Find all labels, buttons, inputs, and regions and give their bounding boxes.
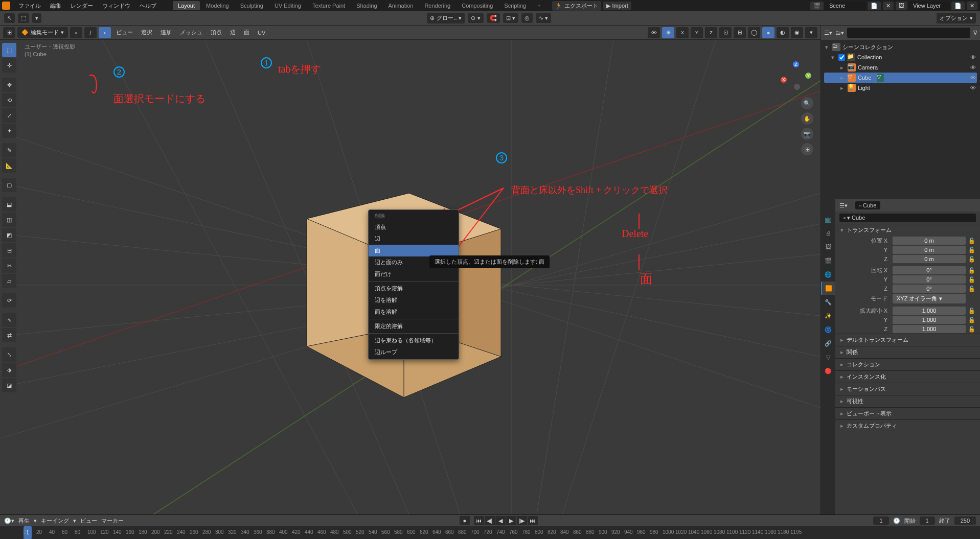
menu-edit[interactable]: 編集: [46, 1, 65, 11]
timeline-menu-marker[interactable]: マーカー: [101, 517, 124, 525]
lock-icon[interactable]: 🔓: [968, 326, 976, 333]
prop-tab-modifier-icon[interactable]: 🔧: [821, 295, 835, 309]
tool-measure-icon[interactable]: 📐: [2, 158, 16, 173]
timeline-editor-icon[interactable]: 🕐▾: [4, 518, 14, 524]
keyframe-next-icon[interactable]: |▶: [517, 516, 527, 525]
snap-select[interactable]: ⊡ ▾: [503, 13, 518, 23]
menu-edge-loops[interactable]: 辺ループ: [369, 346, 459, 358]
current-frame-input[interactable]: 1: [873, 517, 888, 525]
section-relations[interactable]: ▸関係: [835, 346, 980, 358]
orientation-select[interactable]: ⊕ グロー.. ▾: [427, 13, 465, 24]
tool-smooth-icon[interactable]: ∿: [2, 313, 16, 327]
workspace-tab-modeling[interactable]: Modeling: [201, 1, 234, 10]
viewlayer-delete-icon[interactable]: ✕: [967, 2, 977, 10]
workspace-tab-layout[interactable]: Layout: [173, 1, 200, 10]
lock-icon[interactable]: 🔓: [968, 317, 976, 323]
lock-icon[interactable]: 🔓: [968, 308, 976, 314]
viewport-menu-vertex[interactable]: 頂点: [208, 28, 225, 37]
outliner-scene-collection[interactable]: ▾🗂シーンコレクション: [824, 42, 977, 52]
viewport-menu-add[interactable]: 追加: [157, 28, 175, 37]
menu-dissolve-faces[interactable]: 面を溶解: [369, 306, 459, 318]
tool-shear-icon[interactable]: ⬗: [2, 363, 16, 377]
viewport-menu-select[interactable]: 選択: [138, 28, 155, 37]
viewport-menu-edge[interactable]: 辺: [227, 28, 239, 37]
visibility-eye-icon[interactable]: 👁: [970, 75, 976, 81]
rot-z-input[interactable]: 0°: [893, 285, 966, 293]
workspace-tab-rendering[interactable]: Rendering: [419, 1, 455, 10]
viewport-menu-mesh[interactable]: メッシュ: [177, 28, 206, 37]
select-mode-dropdown[interactable]: ▾: [32, 13, 41, 23]
menu-limited-dissolve[interactable]: 限定的溶解: [369, 320, 459, 332]
orientation-gizmo[interactable]: Z Y X: [781, 61, 811, 92]
play-icon[interactable]: ▶: [506, 516, 516, 525]
timeline-menu-keying[interactable]: キーイング: [41, 517, 69, 525]
viewlayer-field[interactable]: View Layer: [909, 2, 950, 10]
scale-y-input[interactable]: 1.000: [893, 316, 966, 324]
tool-bevel-icon[interactable]: ◩: [2, 228, 16, 242]
section-viewport-display[interactable]: ▸ビューポート表示: [835, 407, 980, 419]
workspace-tab-shading[interactable]: Shading: [351, 1, 382, 10]
export-button[interactable]: 🏃 エクスポート: [552, 1, 601, 11]
tool-scale-icon[interactable]: ⤢: [2, 108, 16, 123]
workspace-tab-uvediting[interactable]: UV Editing: [269, 1, 306, 10]
rot-x-input[interactable]: 0°: [893, 266, 966, 274]
section-custom-props[interactable]: ▸カスタムプロパティ: [835, 419, 980, 432]
lock-icon[interactable]: 🔓: [968, 276, 976, 283]
pan-icon[interactable]: ✋: [801, 112, 813, 125]
outliner-item-cube[interactable]: ▸▽Cube ▽👁: [824, 73, 977, 83]
workspace-tab-sculpting[interactable]: Sculpting: [235, 1, 268, 10]
xray-toggle-icon[interactable]: ⊞: [734, 27, 746, 38]
shading-rendered-icon[interactable]: ◉: [791, 27, 803, 38]
end-frame-input[interactable]: 250: [954, 517, 976, 525]
menu-help[interactable]: ヘルプ: [135, 1, 161, 11]
tool-shrink-icon[interactable]: ⤡: [2, 347, 16, 362]
scale-z-input[interactable]: 1.000: [893, 325, 966, 333]
lock-icon[interactable]: 🔓: [968, 256, 976, 263]
scene-delete-icon[interactable]: ✕: [883, 2, 894, 10]
camera-view-icon[interactable]: 📷: [801, 128, 813, 140]
3d-viewport[interactable]: ⊞ 🔶 編集モード ▾ ▫ / ▪ ビュー 選択 追加 メッシュ 頂点 辺 面 …: [0, 26, 821, 514]
shading-dropdown-icon[interactable]: ▾: [805, 27, 817, 38]
lock-icon[interactable]: 🔓: [968, 267, 976, 274]
workspace-tab-texturepaint[interactable]: Texture Paint: [307, 1, 350, 10]
section-collection[interactable]: ▸コレクション: [835, 358, 980, 370]
menu-delete-verts[interactable]: 頂点: [369, 221, 459, 233]
options-dropdown[interactable]: オプション ▾: [937, 13, 976, 24]
section-transform[interactable]: ▾トランスフォーム: [835, 224, 980, 236]
tool-cursor-icon[interactable]: ✛: [2, 58, 16, 73]
mode-select[interactable]: 🔶 編集モード ▾: [17, 27, 68, 38]
autokey-icon[interactable]: ●: [460, 516, 470, 525]
workspace-tab-compositing[interactable]: Compositing: [457, 1, 498, 10]
menu-delete-faces[interactable]: 面: [369, 245, 459, 256]
prop-tab-constraint-icon[interactable]: 🔗: [821, 337, 835, 350]
autokey-toggle-icon[interactable]: 🕐: [893, 518, 900, 524]
outliner-mode-icon[interactable]: 🗂▾: [835, 30, 844, 36]
cursor-tool-icon[interactable]: ↖: [4, 13, 15, 23]
tool-polybuild-icon[interactable]: ▱: [2, 274, 16, 288]
loc-z-input[interactable]: 0 m: [893, 255, 966, 263]
tool-transform-icon[interactable]: ✦: [2, 124, 16, 138]
visibility-eye-icon[interactable]: 👁: [970, 54, 976, 60]
outliner-editor-icon[interactable]: ☰▾: [824, 30, 832, 36]
vertex-select-icon[interactable]: ▫: [70, 27, 82, 38]
prop-tab-scene-icon[interactable]: 🎬: [821, 254, 835, 267]
prop-tab-render-icon[interactable]: 📺: [821, 213, 835, 226]
rot-y-input[interactable]: 0°: [893, 275, 966, 284]
timeline-menu-playback[interactable]: 再生: [18, 517, 30, 525]
prop-tab-viewlayer-icon[interactable]: 🖼: [821, 240, 835, 253]
prop-tab-world-icon[interactable]: 🌐: [821, 268, 835, 281]
visibility-toggle-icon[interactable]: 👁: [648, 27, 660, 38]
gizmo-toggle-icon[interactable]: ⊕: [662, 27, 674, 38]
start-frame-input[interactable]: 1: [920, 517, 935, 525]
tool-move-icon[interactable]: ✥: [2, 78, 16, 92]
menu-delete-edges[interactable]: 辺: [369, 233, 459, 245]
tool-spin-icon[interactable]: ⟳: [2, 293, 16, 308]
section-motionpaths[interactable]: ▸モーションパス: [835, 383, 980, 395]
scene-new-icon[interactable]: 📄: [868, 2, 881, 10]
zoom-icon[interactable]: 🔍: [801, 97, 813, 109]
overlay-z-icon[interactable]: Z: [705, 27, 717, 38]
perspective-icon[interactable]: ⊞: [801, 143, 813, 155]
keyframe-prev-icon[interactable]: ◀|: [485, 516, 495, 525]
scene-browse-icon[interactable]: 🎬: [810, 2, 824, 10]
collection-checkbox[interactable]: [838, 54, 845, 61]
